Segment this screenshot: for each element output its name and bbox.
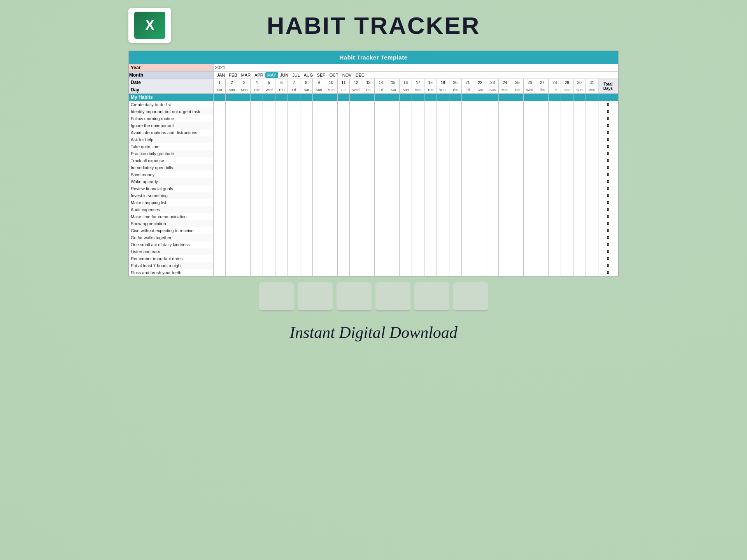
habit-cell-20-25[interactable] (511, 241, 524, 248)
habit-cell-23-18[interactable] (424, 262, 437, 269)
habit-cell-10-19[interactable] (437, 171, 449, 178)
habit-cell-8-5[interactable] (263, 157, 275, 164)
habit-cell-14-15[interactable] (387, 199, 400, 206)
habit-cell-10-2[interactable] (226, 171, 238, 178)
habit-cell-24-17[interactable] (412, 269, 424, 276)
habit-cell-18-26[interactable] (524, 227, 536, 234)
habit-cell-4-17[interactable] (412, 129, 424, 136)
habit-cell-17-3[interactable] (238, 220, 251, 227)
habit-cell-12-19[interactable] (437, 185, 449, 192)
habit-cell-3-26[interactable] (524, 122, 536, 129)
habit-cell-12-31[interactable] (586, 185, 598, 192)
habit-cell-5-1[interactable] (213, 136, 226, 143)
habit-cell-2-20[interactable] (449, 115, 461, 122)
habit-cell-19-15[interactable] (387, 234, 400, 241)
habit-cell-6-23[interactable] (486, 143, 499, 150)
habit-cell-11-29[interactable] (561, 178, 573, 185)
habit-cell-15-6[interactable] (275, 206, 288, 213)
habit-cell-11-8[interactable] (300, 178, 312, 185)
habit-cell-16-4[interactable] (251, 213, 263, 220)
habit-cell-24-15[interactable] (387, 269, 400, 276)
habit-cell-1-12[interactable] (350, 108, 362, 115)
habit-cell-13-11[interactable] (337, 192, 350, 199)
habit-cell-8-28[interactable] (548, 157, 561, 164)
habit-cell-19-22[interactable] (474, 234, 486, 241)
habit-cell-9-5[interactable] (263, 164, 275, 171)
habit-cell-9-19[interactable] (437, 164, 449, 171)
habit-cell-1-10[interactable] (325, 108, 337, 115)
habit-cell-19-19[interactable] (437, 234, 449, 241)
habit-cell-22-9[interactable] (312, 255, 325, 262)
habit-cell-12-12[interactable] (350, 185, 362, 192)
habit-cell-19-3[interactable] (238, 234, 251, 241)
habit-cell-24-22[interactable] (474, 269, 486, 276)
habit-cell-19-23[interactable] (486, 234, 499, 241)
habit-cell-22-29[interactable] (561, 255, 573, 262)
habit-cell-17-12[interactable] (350, 220, 362, 227)
habit-cell-0-18[interactable] (424, 101, 437, 108)
habit-cell-6-13[interactable] (362, 143, 375, 150)
habit-cell-3-6[interactable] (275, 122, 288, 129)
habit-cell-15-24[interactable] (499, 206, 511, 213)
habit-cell-7-25[interactable] (511, 150, 524, 157)
habit-cell-21-3[interactable] (238, 248, 251, 255)
habit-cell-23-21[interactable] (461, 262, 474, 269)
habit-cell-5-12[interactable] (350, 136, 362, 143)
month-btn-jan[interactable]: JAN (215, 72, 227, 78)
habit-cell-7-19[interactable] (437, 150, 449, 157)
habit-cell-18-11[interactable] (337, 227, 350, 234)
habit-cell-6-11[interactable] (337, 143, 350, 150)
habit-cell-14-30[interactable] (573, 199, 586, 206)
habit-cell-9-10[interactable] (325, 164, 337, 171)
habit-cell-15-17[interactable] (412, 206, 424, 213)
habit-cell-16-23[interactable] (486, 213, 499, 220)
habit-cell-5-10[interactable] (325, 136, 337, 143)
habit-cell-14-4[interactable] (251, 199, 263, 206)
habit-cell-10-14[interactable] (375, 171, 387, 178)
habit-cell-8-17[interactable] (412, 157, 424, 164)
habit-cell-7-21[interactable] (461, 150, 474, 157)
habit-cell-1-25[interactable] (511, 108, 524, 115)
habit-cell-3-2[interactable] (226, 122, 238, 129)
habit-cell-16-17[interactable] (412, 213, 424, 220)
habit-cell-11-17[interactable] (412, 178, 424, 185)
habit-cell-16-8[interactable] (300, 213, 312, 220)
habit-cell-8-21[interactable] (461, 157, 474, 164)
habit-cell-13-28[interactable] (548, 192, 561, 199)
habit-cell-16-3[interactable] (238, 213, 251, 220)
habit-cell-4-12[interactable] (350, 129, 362, 136)
habit-cell-3-15[interactable] (387, 122, 400, 129)
habit-cell-11-24[interactable] (499, 178, 511, 185)
habit-cell-7-20[interactable] (449, 150, 461, 157)
habit-cell-21-23[interactable] (486, 248, 499, 255)
habit-cell-16-19[interactable] (437, 213, 449, 220)
habit-cell-15-8[interactable] (300, 206, 312, 213)
habit-cell-19-13[interactable] (362, 234, 375, 241)
habit-cell-17-9[interactable] (312, 220, 325, 227)
habit-cell-14-6[interactable] (275, 199, 288, 206)
habit-cell-3-1[interactable] (213, 122, 226, 129)
habit-cell-22-30[interactable] (573, 255, 586, 262)
habit-cell-8-6[interactable] (275, 157, 288, 164)
habit-cell-7-6[interactable] (275, 150, 288, 157)
habit-cell-12-10[interactable] (325, 185, 337, 192)
habit-cell-23-30[interactable] (573, 262, 586, 269)
habit-cell-19-30[interactable] (573, 234, 586, 241)
habit-cell-15-25[interactable] (511, 206, 524, 213)
habit-cell-11-19[interactable] (437, 178, 449, 185)
habit-cell-0-29[interactable] (561, 101, 573, 108)
month-btn-may[interactable]: MAY (265, 72, 278, 78)
habit-cell-9-18[interactable] (424, 164, 437, 171)
habit-cell-23-14[interactable] (375, 262, 387, 269)
habit-cell-23-1[interactable] (213, 262, 226, 269)
habit-cell-24-18[interactable] (424, 269, 437, 276)
habit-cell-12-30[interactable] (573, 185, 586, 192)
habit-cell-14-2[interactable] (226, 199, 238, 206)
habit-cell-0-6[interactable] (275, 101, 288, 108)
habit-cell-14-5[interactable] (263, 199, 275, 206)
habit-cell-1-29[interactable] (561, 108, 573, 115)
habit-cell-10-21[interactable] (461, 171, 474, 178)
habit-cell-23-13[interactable] (362, 262, 375, 269)
habit-cell-20-15[interactable] (387, 241, 400, 248)
habit-cell-19-25[interactable] (511, 234, 524, 241)
